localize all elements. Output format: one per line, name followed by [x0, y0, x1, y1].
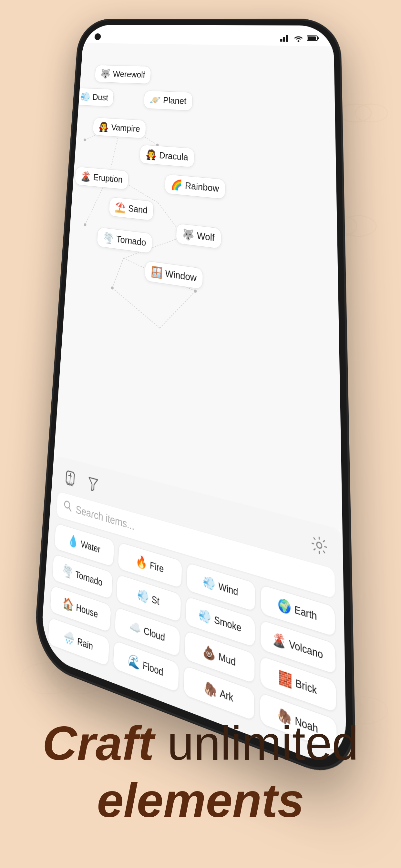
- phone-wrapper: 🐺 Werewolf 💨 Dust 🪐 Planet 🧛 Vampire 🧛: [0, 0, 401, 614]
- filter-button[interactable]: [84, 471, 102, 497]
- item-wind-label: Wind: [218, 580, 238, 598]
- camera-dot: [94, 33, 101, 40]
- svg-rect-24: [318, 37, 319, 39]
- svg-marker-19: [283, 37, 285, 42]
- chip-tornado[interactable]: 🌪️ Tornado: [96, 227, 153, 254]
- svg-marker-18: [280, 39, 282, 41]
- svg-point-40: [111, 286, 114, 290]
- chip-dracula-label: Dracula: [159, 150, 188, 163]
- chip-window[interactable]: 🪟 Window: [144, 260, 204, 290]
- toolbar-left: [61, 465, 102, 497]
- svg-marker-20: [286, 35, 288, 42]
- item-tornado-emoji: 🌪️: [62, 563, 73, 580]
- headline-bold: Craft: [42, 717, 154, 770]
- item-tornado-label: Tornado: [75, 568, 103, 589]
- item-wind-emoji: 💨: [203, 574, 215, 592]
- bottom-text-section: Craft unlimited elements: [0, 614, 401, 868]
- search-icon: [63, 499, 72, 515]
- chip-tornado-label: Tornado: [116, 234, 146, 248]
- chip-werewolf-label: Werewolf: [113, 69, 145, 80]
- svg-line-42: [70, 473, 71, 482]
- chip-window-label: Window: [165, 268, 197, 284]
- settings-button[interactable]: [309, 531, 330, 560]
- chip-vampire-label: Vampire: [111, 122, 141, 134]
- svg-rect-23: [308, 36, 316, 40]
- chip-sand-label: Sand: [128, 203, 148, 216]
- svg-point-41: [194, 289, 197, 293]
- svg-line-33: [112, 257, 124, 290]
- chip-tornado-emoji: 🌪️: [103, 231, 114, 245]
- svg-line-34: [160, 286, 195, 334]
- chip-wolf-emoji: 🐺: [182, 228, 194, 242]
- chip-planet-emoji: 🪐: [150, 94, 161, 105]
- svg-point-21: [298, 40, 300, 42]
- chip-eruption-emoji: 🌋: [80, 170, 91, 182]
- battery-icon: [307, 35, 319, 42]
- svg-line-43: [68, 475, 72, 476]
- brush-button[interactable]: [61, 465, 79, 490]
- item-fire-emoji: 🔥: [135, 554, 147, 571]
- item-earth-emoji: 🌍: [278, 597, 291, 616]
- chip-dust-label: Dust: [92, 92, 109, 103]
- chip-vampire[interactable]: 🧛 Vampire: [92, 117, 146, 139]
- chip-planet[interactable]: 🪐 Planet: [143, 90, 193, 111]
- svg-point-36: [84, 138, 86, 142]
- chip-werewolf[interactable]: 🐺 Werewolf: [94, 65, 151, 84]
- chip-eruption[interactable]: 🌋 Eruption: [74, 166, 129, 190]
- chip-dust[interactable]: 💨 Dust: [74, 88, 114, 107]
- svg-line-46: [69, 507, 71, 511]
- chip-rainbow[interactable]: 🌈 Rainbow: [164, 174, 226, 199]
- status-left: [94, 33, 101, 40]
- wifi-icon: [294, 34, 304, 43]
- chip-wolf[interactable]: 🐺 Wolf: [176, 223, 221, 249]
- headline-line2: elements: [42, 772, 359, 829]
- svg-point-38: [84, 223, 87, 226]
- status-right: [280, 34, 319, 43]
- chip-werewolf-emoji: 🐺: [100, 68, 111, 79]
- item-steam-label: St: [151, 593, 159, 608]
- chip-dust-emoji: 💨: [80, 91, 91, 102]
- item-water-label: Water: [81, 538, 101, 555]
- item-water-emoji: 💧: [67, 533, 79, 550]
- chip-planet-label: Planet: [163, 95, 186, 106]
- headline-regular: unlimited: [154, 717, 359, 770]
- chip-sand-emoji: ⛱️: [115, 201, 126, 214]
- chip-dracula[interactable]: 🧛 Dracula: [139, 144, 194, 167]
- chip-wolf-label: Wolf: [197, 230, 215, 244]
- svg-point-44: [317, 541, 322, 549]
- chip-window-emoji: 🪟: [151, 266, 163, 279]
- item-house-emoji: 🏠: [62, 595, 74, 613]
- chip-rainbow-label: Rainbow: [185, 180, 219, 194]
- svg-line-35: [111, 288, 161, 328]
- canvas-area: 🐺 Werewolf 💨 Dust 🪐 Planet 🧛 Vampire 🧛: [54, 43, 343, 530]
- chip-eruption-label: Eruption: [93, 172, 123, 185]
- item-fire-label: Fire: [150, 559, 164, 575]
- chip-dracula-emoji: 🧛: [145, 149, 157, 161]
- chip-vampire-emoji: 🧛: [98, 121, 109, 132]
- item-steam-emoji: 💨: [137, 587, 149, 605]
- headline: Craft unlimited elements: [42, 715, 359, 829]
- chip-rainbow-emoji: 🌈: [171, 179, 183, 191]
- chip-sand[interactable]: ⛱️ Sand: [109, 197, 154, 221]
- search-placeholder: Search items...: [75, 503, 135, 533]
- signal-icon: [280, 34, 290, 43]
